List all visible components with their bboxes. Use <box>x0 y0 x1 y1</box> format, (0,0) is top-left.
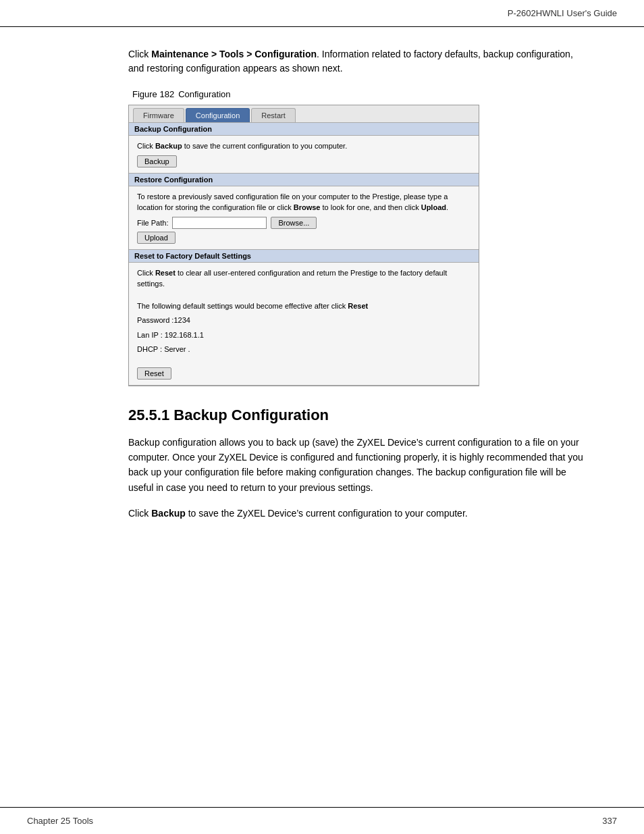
factory-section-header: Reset to Factory Default Settings <box>129 250 479 263</box>
restore-section: Restore Configuration To restore a previ… <box>129 174 479 250</box>
body-para2-before: Click <box>128 508 151 519</box>
file-path-label: File Path: <box>137 219 168 227</box>
intro-paragraph: Click Maintenance > Tools > Configuratio… <box>128 47 590 76</box>
section-heading: 25.5.1 Backup Configuration <box>128 407 590 424</box>
intro-text-before: Click <box>128 49 151 59</box>
footer-chapter: Chapter 25 Tools <box>27 816 93 826</box>
backup-button[interactable]: Backup <box>137 155 177 167</box>
factory-default-dhcp: DHCP : Server . <box>137 344 471 355</box>
restore-description: To restore a previously saved configurat… <box>137 192 471 213</box>
restore-section-body: To restore a previously saved configurat… <box>129 186 479 250</box>
backup-section-body: Click Backup to save the current configu… <box>129 136 479 174</box>
page-header: P-2602HWNLI User's Guide <box>0 0 644 27</box>
factory-desc2: The following default settings would bec… <box>137 301 471 311</box>
intro-bold: Maintenance > Tools > Configuration <box>151 49 317 59</box>
body-paragraph-2: Click Backup to save the ZyXEL Device’s … <box>128 506 590 521</box>
file-path-row: File Path: Browse... <box>137 217 471 229</box>
footer-page-number: 337 <box>602 816 617 826</box>
backup-section: Backup Configuration Click Backup to sav… <box>129 123 479 174</box>
header-title: P-2602HWNLI User's Guide <box>508 8 617 18</box>
factory-default-lanip: Lan IP : 192.168.1.1 <box>137 330 471 340</box>
backup-description: Click Backup to save the current configu… <box>137 141 471 151</box>
tab-restart[interactable]: Restart <box>251 108 295 122</box>
tabs-row: Firmware Configuration Restart <box>129 105 479 123</box>
upload-button[interactable]: Upload <box>137 232 176 244</box>
file-path-input[interactable] <box>172 217 267 229</box>
backup-section-header: Backup Configuration <box>129 123 479 136</box>
factory-desc1: Click Reset to clear all user-entered co… <box>137 268 471 289</box>
tab-firmware[interactable]: Firmware <box>133 108 184 122</box>
body-para2-after: to save the ZyXEL Device’s current confi… <box>186 508 468 519</box>
body-para2-bold: Backup <box>151 508 186 519</box>
factory-default-password: Password :1234 <box>137 315 471 325</box>
factory-section-body: Click Reset to clear all user-entered co… <box>129 263 479 385</box>
factory-section: Reset to Factory Default Settings Click … <box>129 250 479 385</box>
page-footer: Chapter 25 Tools 337 <box>0 807 644 834</box>
restore-section-header: Restore Configuration <box>129 174 479 186</box>
reset-button[interactable]: Reset <box>137 367 171 380</box>
main-content: Click Maintenance > Tools > Configuratio… <box>0 27 644 807</box>
body-paragraph-1: Backup configuration allows you to back … <box>128 435 590 496</box>
screenshot-box: Firmware Configuration Restart Backup Co… <box>128 105 479 386</box>
browse-button[interactable]: Browse... <box>271 217 317 229</box>
tab-configuration[interactable]: Configuration <box>186 108 250 122</box>
figure-label: Figure 182Configuration <box>128 89 590 99</box>
